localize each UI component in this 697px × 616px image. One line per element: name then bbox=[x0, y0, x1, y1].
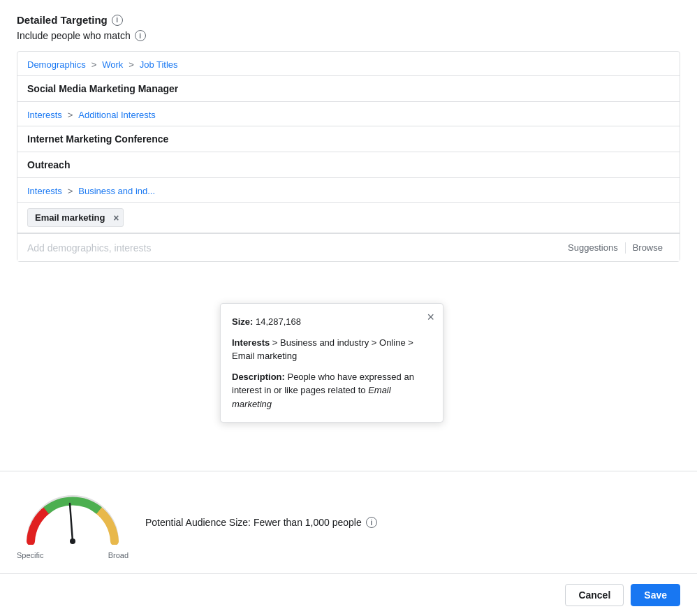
tooltip-desc-label: Description: bbox=[232, 372, 285, 382]
tooltip-size-value: 14,287,168 bbox=[256, 316, 301, 327]
gauge-wrapper: Specific Broad bbox=[17, 485, 129, 559]
bottom-bar: Cancel Save bbox=[0, 573, 697, 616]
breadcrumb-interests-2[interactable]: Interests bbox=[27, 186, 62, 196]
tag-label: Email marketing bbox=[35, 212, 105, 223]
tooltip-desc-row: Description: People who have expressed a… bbox=[232, 370, 432, 411]
breadcrumb-row-2: Interests > Additional Interests bbox=[17, 102, 680, 126]
tag-close-icon[interactable]: × bbox=[113, 213, 119, 223]
browse-button[interactable]: Browse bbox=[626, 240, 670, 256]
interest-1-text: Internet Marketing Conference bbox=[27, 133, 168, 145]
gauge bbox=[17, 485, 129, 548]
breadcrumb-sep-2: > bbox=[68, 110, 73, 120]
breadcrumb-row-3: Interests > Business and ind... bbox=[17, 178, 680, 203]
job-title-item: Social Media Marketing Manager bbox=[17, 76, 680, 102]
targeting-search-input[interactable] bbox=[27, 242, 561, 254]
breadcrumb-additional-interests[interactable]: Additional Interests bbox=[78, 110, 156, 120]
cancel-button[interactable]: Cancel bbox=[565, 584, 624, 606]
tooltip-interests-label: Interests bbox=[232, 337, 270, 348]
broad-label: Broad bbox=[108, 551, 129, 559]
tooltip-size-row: Size: 14,287,168 bbox=[232, 315, 432, 329]
breadcrumb-demographics[interactable]: Demographics bbox=[27, 59, 86, 70]
input-actions: Suggestions Browse bbox=[561, 240, 670, 256]
audience-section: Specific Broad Potential Audience Size: … bbox=[0, 471, 697, 573]
subtitle-text: Include people who match bbox=[17, 30, 131, 41]
title-text: Detailed Targeting bbox=[17, 14, 108, 26]
audience-size-text: Potential Audience Size: Fewer than 1,00… bbox=[145, 517, 362, 528]
include-match-subtitle: Include people who match i bbox=[17, 30, 680, 41]
interest-2-item: Outreach bbox=[17, 152, 680, 178]
title-info-icon[interactable]: i bbox=[112, 15, 123, 26]
gauge-labels: Specific Broad bbox=[17, 551, 129, 559]
breadcrumb-sep-1b: > bbox=[129, 59, 134, 70]
tooltip-size-label: Size: bbox=[232, 316, 253, 327]
breadcrumb-job-titles[interactable]: Job Titles bbox=[140, 59, 178, 70]
job-title-text: Social Media Marketing Manager bbox=[27, 83, 178, 94]
detailed-targeting-title: Detailed Targeting i bbox=[17, 14, 680, 26]
input-row: Suggestions Browse bbox=[17, 233, 680, 261]
interest-1-item: Internet Marketing Conference bbox=[17, 126, 680, 152]
email-marketing-tag[interactable]: Email marketing × bbox=[27, 208, 124, 227]
tooltip-close-icon[interactable]: × bbox=[427, 311, 434, 323]
save-button[interactable]: Save bbox=[631, 584, 680, 606]
subtitle-info-icon[interactable]: i bbox=[135, 30, 146, 41]
breadcrumb-sep-1a: > bbox=[91, 59, 97, 70]
tag-row: Email marketing × bbox=[17, 203, 680, 233]
svg-line-0 bbox=[70, 504, 73, 541]
breadcrumb-sep-3: > bbox=[68, 186, 73, 196]
breadcrumb-work[interactable]: Work bbox=[102, 59, 123, 70]
breadcrumb-row-1: Demographics > Work > Job Titles bbox=[17, 52, 680, 76]
interest-2-text: Outreach bbox=[27, 159, 70, 170]
tooltip-popup: × Size: 14,287,168 Interests > Business … bbox=[220, 303, 443, 423]
suggestions-button[interactable]: Suggestions bbox=[561, 240, 625, 256]
audience-text: Potential Audience Size: Fewer than 1,00… bbox=[145, 517, 377, 528]
svg-point-1 bbox=[70, 538, 75, 544]
tooltip-interests-row: Interests > Business and industry > Onli… bbox=[232, 336, 432, 363]
breadcrumb-business-ind[interactable]: Business and ind... bbox=[78, 186, 155, 196]
targeting-box: Demographics > Work > Job Titles Social … bbox=[17, 51, 680, 262]
specific-label: Specific bbox=[17, 551, 44, 559]
audience-info-icon[interactable]: i bbox=[366, 517, 377, 528]
breadcrumb-interests-1[interactable]: Interests bbox=[27, 110, 62, 120]
